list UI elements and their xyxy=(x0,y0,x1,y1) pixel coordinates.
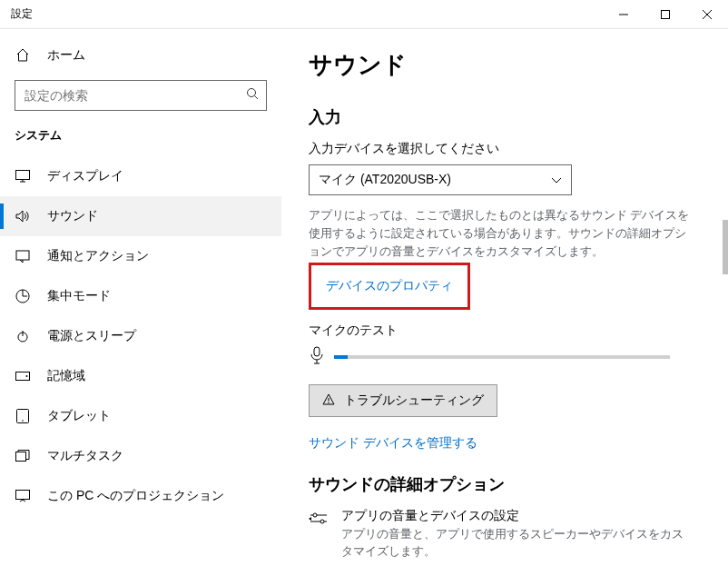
sidebar-item-label: マルチタスク xyxy=(47,448,123,464)
sidebar-item-tablet[interactable]: タブレット xyxy=(0,396,281,436)
sidebar-item-notifications[interactable]: 通知とアクション xyxy=(0,236,281,276)
device-properties-link[interactable]: デバイスのプロパティ xyxy=(326,274,453,298)
manage-devices-link[interactable]: サウンド デバイスを管理する xyxy=(309,432,477,455)
svg-rect-17 xyxy=(16,491,30,500)
svg-point-13 xyxy=(26,375,28,377)
sidebar-item-label: この PC へのプロジェクション xyxy=(47,488,224,504)
page-heading: サウンド xyxy=(309,49,701,81)
sound-icon xyxy=(15,210,31,223)
svg-rect-6 xyxy=(16,171,30,180)
advanced-item-title: アプリの音量とデバイスの設定 xyxy=(341,508,686,524)
sidebar-item-label: タブレット xyxy=(47,408,111,424)
sidebar: ホーム システム ディスプレイ サウンド 通知とアクション xyxy=(0,29,281,576)
multitask-icon xyxy=(15,450,31,462)
sidebar-item-multitask[interactable]: マルチタスク xyxy=(0,436,281,476)
advanced-option-item[interactable]: アプリの音量とデバイスの設定 アプリの音量と、アプリで使用するスピーカーやデバイ… xyxy=(309,508,701,561)
svg-point-4 xyxy=(248,89,256,97)
svg-point-22 xyxy=(313,513,317,517)
input-section-heading: 入力 xyxy=(309,106,701,128)
svg-rect-16 xyxy=(16,452,26,462)
storage-icon xyxy=(15,372,31,381)
highlight-annotation: デバイスのプロパティ xyxy=(309,263,470,310)
sidebar-item-label: 通知とアクション xyxy=(47,248,149,264)
sidebar-item-power[interactable]: 電源とスリープ xyxy=(0,316,281,356)
sliders-icon xyxy=(309,511,329,531)
content-area: サウンド 入力 入力デバイスを選択してください マイク (AT2020USB-X… xyxy=(281,29,728,576)
input-helper-text: アプリによっては、ここで選択したものとは異なるサウンド デバイスを使用するように… xyxy=(309,206,690,261)
sidebar-section-title: システム xyxy=(0,124,281,156)
mic-test-row xyxy=(309,346,701,368)
window-title: 設定 xyxy=(11,6,33,22)
advanced-options-heading: サウンドの詳細オプション xyxy=(309,473,701,495)
troubleshoot-button[interactable]: トラブルシューティング xyxy=(309,384,497,417)
svg-point-15 xyxy=(22,420,24,422)
projection-icon xyxy=(15,490,31,502)
sidebar-item-label: 電源とスリープ xyxy=(47,328,136,344)
svg-point-24 xyxy=(320,520,324,523)
search-input[interactable] xyxy=(15,88,266,103)
mic-test-label: マイクのテスト xyxy=(309,323,701,339)
sidebar-item-label: 記憶域 xyxy=(47,368,85,384)
sidebar-item-storage[interactable]: 記憶域 xyxy=(0,356,281,396)
microphone-icon xyxy=(309,346,325,368)
chevron-down-icon xyxy=(551,172,562,188)
display-icon xyxy=(15,170,31,183)
sidebar-item-label: 集中モード xyxy=(47,288,111,304)
power-icon xyxy=(15,330,31,343)
tablet-icon xyxy=(15,409,31,423)
sidebar-item-label: サウンド xyxy=(47,208,98,224)
svg-rect-18 xyxy=(314,347,320,356)
search-icon xyxy=(246,87,259,104)
focus-icon xyxy=(15,289,31,303)
svg-rect-1 xyxy=(662,10,670,18)
window-titlebar: 設定 xyxy=(0,0,728,29)
nav-list: ディスプレイ サウンド 通知とアクション 集中モード 電源とスリープ 記憶域 xyxy=(0,156,281,516)
close-button[interactable] xyxy=(686,0,728,29)
notification-icon xyxy=(15,250,31,263)
svg-point-20 xyxy=(328,402,329,402)
minimize-button[interactable] xyxy=(603,0,644,29)
sidebar-item-display[interactable]: ディスプレイ xyxy=(0,156,281,196)
window-controls xyxy=(603,0,728,29)
troubleshoot-label: トラブルシューティング xyxy=(344,392,484,409)
input-device-select[interactable]: マイク (AT2020USB-X) xyxy=(309,164,572,195)
mic-test-meter xyxy=(334,355,670,359)
sidebar-item-label: ディスプレイ xyxy=(47,168,123,184)
home-label: ホーム xyxy=(47,47,85,64)
maximize-button[interactable] xyxy=(644,0,686,29)
advanced-item-desc: アプリの音量と、アプリで使用するスピーカーやデバイスをカスタマイズします。 xyxy=(341,526,686,561)
sidebar-item-projection[interactable]: この PC へのプロジェクション xyxy=(0,476,281,516)
svg-line-5 xyxy=(255,96,259,100)
svg-rect-9 xyxy=(16,251,29,260)
home-icon xyxy=(15,48,31,63)
input-device-label: 入力デバイスを選択してください xyxy=(309,141,701,157)
sidebar-item-focus[interactable]: 集中モード xyxy=(0,276,281,316)
home-nav-item[interactable]: ホーム xyxy=(0,38,281,73)
selected-device-value: マイク (AT2020USB-X) xyxy=(319,172,451,188)
mic-test-meter-fill xyxy=(334,355,348,359)
search-box[interactable] xyxy=(15,80,267,111)
sidebar-item-sound[interactable]: サウンド xyxy=(0,196,281,236)
warning-icon xyxy=(322,393,335,409)
vertical-scrollbar[interactable] xyxy=(723,220,728,274)
